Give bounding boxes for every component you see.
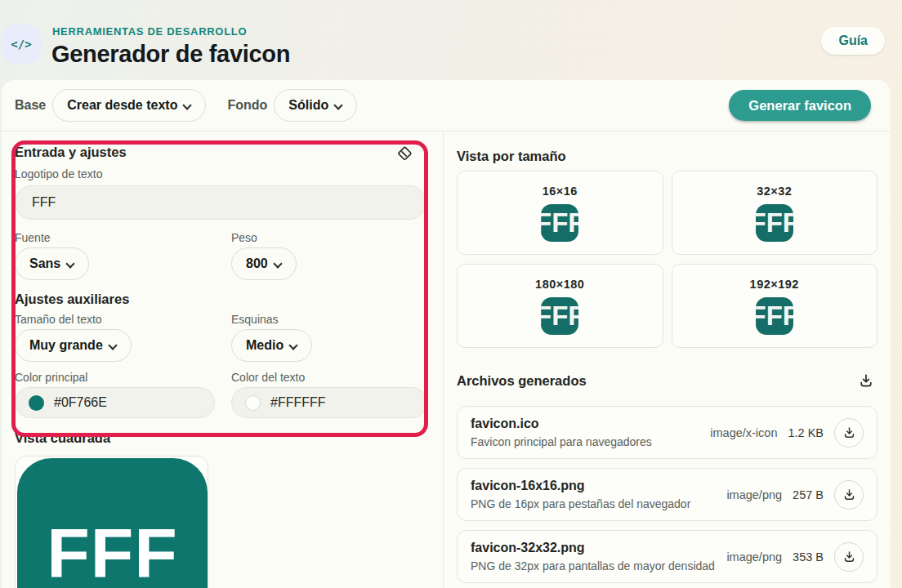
- corners-label: Esquinas: [231, 313, 430, 327]
- size-card-label: 180×180: [535, 278, 584, 291]
- generated-files-title: Archivos generados: [457, 372, 587, 389]
- weight-select[interactable]: 800: [231, 247, 297, 280]
- file-name: favicon.ico: [471, 415, 652, 433]
- size-preview-grid: 16×16 FFF 32×32 FFF 180×180 FFF 192×192 …: [457, 171, 877, 348]
- file-row-favicon-32: favicon-32x32.png PNG de 32px para panta…: [457, 530, 877, 583]
- text-color-value: #FFFFFF: [270, 395, 326, 410]
- generated-files-list: favicon.ico Favicon principal para naveg…: [457, 406, 877, 583]
- font-label: Fuente: [15, 231, 231, 245]
- file-name: favicon-32x32.png: [471, 539, 715, 557]
- file-description: PNG de 16px para pestañas del navegador: [471, 497, 690, 512]
- download-icon[interactable]: [834, 542, 864, 572]
- dev-tools-logo: </>: [2, 24, 41, 64]
- size-card-192: 192×192 FFF: [672, 264, 878, 348]
- file-size: 257 B: [793, 488, 824, 501]
- file-row-favicon-16: favicon-16x16.png PNG de 16px para pesta…: [457, 468, 877, 521]
- file-description: Favicon principal para navegadores: [471, 434, 652, 450]
- toolbar: Base Crear desde texto Fondo Sólido Gene…: [2, 80, 891, 131]
- size-card-label: 192×192: [750, 278, 799, 291]
- base-label: Base: [15, 98, 46, 113]
- square-view-title: Vista cuadrada: [15, 430, 430, 446]
- text-color-label: Color del texto: [231, 371, 430, 385]
- chevron-down-icon: [334, 101, 342, 109]
- base-select-value: Crear desde texto: [67, 98, 177, 113]
- chevron-down-icon: [274, 260, 282, 268]
- corners-select[interactable]: Medio: [231, 329, 312, 362]
- settings-section-title: Entrada y ajustes: [15, 144, 430, 160]
- file-description: PNG de 32px para pantallas de mayor dens…: [471, 559, 715, 574]
- main-panel: Base Crear desde texto Fondo Sólido Gene…: [2, 80, 891, 588]
- square-preview-card: FFF: [15, 456, 208, 588]
- size-card-label: 32×32: [757, 185, 792, 198]
- primary-color-value: #0F766E: [54, 395, 107, 410]
- download-all-icon[interactable]: [858, 371, 877, 390]
- size-preview-title: Vista por tamaño: [457, 148, 877, 164]
- file-name: favicon-16x16.png: [471, 477, 690, 495]
- text-color-swatch: [245, 395, 261, 411]
- favicon-thumbnail: FFF: [541, 297, 578, 335]
- size-card-180: 180×180 FFF: [457, 264, 663, 348]
- primary-color-label: Color principal: [15, 371, 231, 385]
- file-mime: image/png: [726, 550, 782, 564]
- weight-label: Peso: [231, 231, 430, 245]
- eraser-icon[interactable]: [395, 143, 417, 164]
- text-size-select-value: Muy grande: [29, 338, 103, 353]
- guide-button[interactable]: Guía: [821, 27, 885, 55]
- output-column: Vista por tamaño 16×16 FFF 32×32 FFF 180…: [444, 131, 891, 588]
- background-select-value: Sólido: [288, 98, 328, 113]
- text-logo-input[interactable]: [15, 185, 426, 220]
- chevron-down-icon: [289, 341, 297, 350]
- favicon-preview-text: FFF: [47, 513, 178, 588]
- favicon-thumbnail: FFF: [541, 204, 578, 242]
- app-header: </> HERRAMIENTAS DE DESARROLLO Generador…: [0, 0, 902, 80]
- font-select-value: Sans: [29, 256, 60, 271]
- code-icon: </>: [11, 38, 31, 51]
- page-title: Generador de favicon: [51, 41, 290, 68]
- size-card-16: 16×16 FFF: [457, 171, 663, 255]
- base-select[interactable]: Crear desde texto: [52, 89, 206, 122]
- primary-color-swatch: [29, 395, 44, 411]
- file-size: 353 B: [793, 550, 824, 564]
- chevron-down-icon: [66, 260, 74, 268]
- weight-select-value: 800: [246, 256, 268, 271]
- corners-select-value: Medio: [246, 338, 284, 353]
- text-size-select[interactable]: Muy grande: [15, 329, 132, 362]
- chevron-down-icon: [109, 341, 117, 350]
- favicon-square-preview: FFF: [17, 458, 208, 588]
- text-color-field[interactable]: #FFFFFF: [231, 387, 427, 418]
- file-mime: image/x-icon: [710, 426, 777, 439]
- text-size-label: Tamaño del texto: [15, 313, 231, 327]
- font-select[interactable]: Sans: [15, 247, 89, 280]
- download-icon[interactable]: [834, 480, 864, 510]
- aux-settings-title: Ajustes auxiliares: [15, 291, 430, 307]
- app-eyebrow: HERRAMIENTAS DE DESARROLLO: [52, 25, 247, 38]
- size-card-label: 16×16: [543, 185, 578, 198]
- primary-color-field[interactable]: #0F766E: [15, 387, 215, 418]
- background-label: Fondo: [227, 98, 267, 113]
- file-size: 1.2 KB: [788, 426, 824, 439]
- file-row-favicon-ico: favicon.ico Favicon principal para naveg…: [457, 406, 877, 459]
- size-card-32: 32×32 FFF: [672, 171, 878, 255]
- download-icon[interactable]: [834, 418, 864, 448]
- file-mime: image/png: [726, 488, 782, 501]
- generate-favicon-button[interactable]: Generar favicon: [729, 90, 871, 121]
- favicon-thumbnail: FFF: [756, 297, 793, 335]
- background-select[interactable]: Sólido: [274, 89, 357, 122]
- chevron-down-icon: [183, 101, 191, 109]
- settings-column: Entrada y ajustes Logotipo de texto Fuen…: [2, 131, 444, 588]
- text-logo-label: Logotipo de texto: [15, 167, 430, 181]
- favicon-thumbnail: FFF: [756, 204, 793, 242]
